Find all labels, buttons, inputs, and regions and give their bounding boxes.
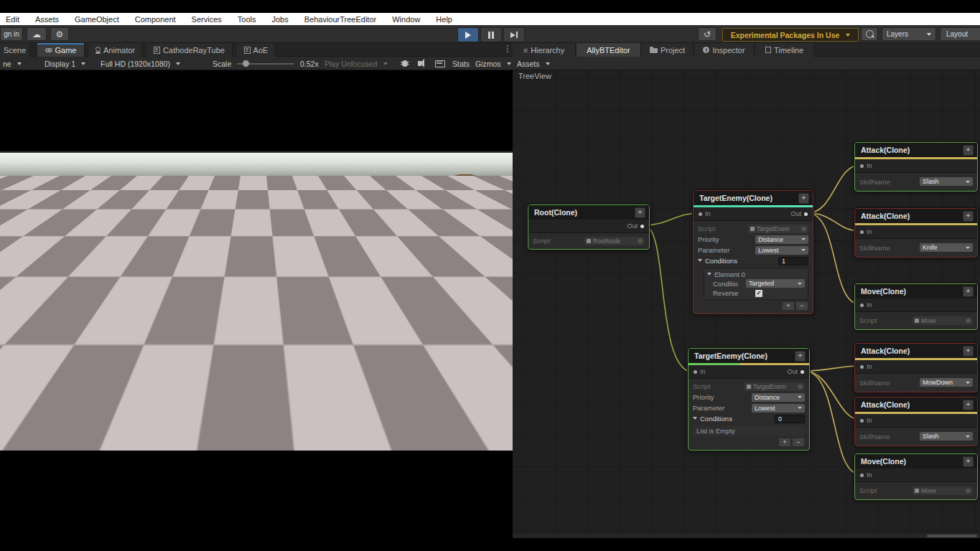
conditions-count-field[interactable]: 1 bbox=[778, 257, 808, 265]
tab-hierarchy[interactable]: ≡Hierarchy bbox=[513, 43, 576, 57]
node-attack-1[interactable]: Attack(Clone) + In SkillName Slash bbox=[854, 142, 978, 192]
play-button[interactable] bbox=[457, 27, 479, 42]
add-element-button[interactable]: + bbox=[782, 301, 795, 311]
tab-animator[interactable]: Animator bbox=[89, 43, 142, 57]
debug-button[interactable] bbox=[402, 57, 408, 70]
skill-button-buff[interactable]: ★ bbox=[388, 385, 410, 406]
skill-button-buff[interactable]: ★ bbox=[363, 399, 384, 420]
experimental-packages-button[interactable]: Experimental Packages In Use bbox=[722, 28, 859, 42]
empty-skill-slot[interactable] bbox=[257, 385, 274, 402]
settings-button[interactable]: ⚙ bbox=[50, 27, 69, 41]
hud-tile[interactable] bbox=[210, 387, 227, 404]
tab-scene[interactable]: Scene bbox=[0, 43, 30, 57]
pause-button[interactable] bbox=[480, 27, 502, 42]
node-add-button[interactable]: + bbox=[795, 351, 806, 362]
conditions-count-field[interactable]: 0 bbox=[775, 415, 805, 423]
node-title-bar[interactable]: TargetEnemy(Clone) + bbox=[689, 349, 809, 363]
in-port[interactable] bbox=[860, 303, 864, 307]
step-button[interactable] bbox=[503, 27, 525, 42]
conditions-foldout[interactable]: Conditions bbox=[693, 415, 772, 423]
tab-project[interactable]: Project bbox=[642, 43, 694, 57]
in-port[interactable] bbox=[860, 365, 864, 369]
hud-tile[interactable] bbox=[187, 400, 203, 416]
priority-dropdown[interactable]: Distance bbox=[755, 235, 808, 244]
hud-tile[interactable] bbox=[118, 377, 135, 393]
history-button[interactable]: ↺ bbox=[698, 27, 717, 41]
node-add-button[interactable]: + bbox=[635, 207, 645, 218]
horizontal-scrollbar[interactable] bbox=[513, 534, 980, 538]
in-port[interactable] bbox=[860, 164, 864, 168]
hud-tile[interactable] bbox=[98, 389, 115, 405]
tab-cathoderaytube[interactable]: CathodeRayTube bbox=[146, 43, 233, 57]
tab-allybteditor[interactable]: AllyBTEditor bbox=[577, 43, 641, 57]
aspect-dropdown[interactable]: ne bbox=[3, 57, 22, 70]
menu-help[interactable]: Help bbox=[436, 15, 452, 24]
node-add-button[interactable]: + bbox=[963, 456, 974, 467]
node-move-1[interactable]: Move(Clone) + In Script Move bbox=[854, 283, 978, 330]
menu-behaviourtreeeditor[interactable]: BehaviourTreeEditor bbox=[304, 15, 376, 24]
hud-tile[interactable] bbox=[140, 387, 157, 404]
node-title-bar[interactable]: Attack(Clone) + bbox=[855, 344, 977, 358]
mute-audio-button[interactable] bbox=[418, 57, 421, 70]
in-port[interactable] bbox=[860, 230, 864, 234]
in-port[interactable] bbox=[860, 474, 864, 477]
menu-edit[interactable]: Edit bbox=[6, 15, 19, 24]
menu-component[interactable]: Component bbox=[135, 15, 176, 24]
out-port[interactable] bbox=[804, 212, 808, 216]
script-object-field[interactable]: Move bbox=[913, 316, 973, 325]
condition-dropdown[interactable]: Targeted bbox=[746, 279, 805, 288]
node-add-button[interactable]: + bbox=[963, 145, 974, 156]
menu-services[interactable]: Services bbox=[192, 15, 222, 24]
assets-dropdown[interactable]: Assets bbox=[517, 57, 550, 70]
node-title-bar[interactable]: Move(Clone) + bbox=[855, 454, 977, 468]
display-dropdown[interactable]: Display 1 bbox=[45, 57, 85, 70]
node-title-bar[interactable]: Root(Clone) + bbox=[528, 205, 649, 220]
script-object-field[interactable]: TargetEnem bbox=[748, 225, 808, 233]
skill-button-knife[interactable] bbox=[363, 372, 384, 394]
gizmos-dropdown[interactable]: Gizmos bbox=[475, 57, 511, 70]
skillname-dropdown[interactable]: Slash bbox=[920, 177, 973, 186]
skillname-dropdown[interactable]: Knife bbox=[920, 243, 973, 252]
scrollbar-handle[interactable] bbox=[927, 534, 977, 537]
script-object-field[interactable]: TargetEnem bbox=[745, 382, 805, 391]
node-title-bar[interactable]: Attack(Clone) + bbox=[855, 397, 977, 412]
hud-tile[interactable] bbox=[187, 377, 203, 393]
tab-game[interactable]: Game bbox=[37, 43, 85, 57]
node-add-button[interactable]: + bbox=[963, 211, 974, 222]
resolution-dropdown[interactable]: Full HD (1920x1080) bbox=[101, 57, 180, 70]
play-mode-dropdown[interactable]: Play Unfocused bbox=[325, 57, 388, 70]
parameter-dropdown[interactable]: Lowest bbox=[755, 246, 808, 255]
empty-skill-slot[interactable] bbox=[284, 400, 300, 417]
node-title-bar[interactable]: Attack(Clone) + bbox=[855, 209, 977, 223]
menu-assets[interactable]: Assets bbox=[35, 15, 59, 24]
menu-jobs[interactable]: Jobs bbox=[271, 15, 288, 24]
slider-track[interactable] bbox=[237, 63, 294, 65]
tab-inspector[interactable]: iInspector bbox=[694, 43, 755, 57]
in-port[interactable] bbox=[699, 212, 702, 216]
parameter-dropdown[interactable]: Lowest bbox=[752, 404, 805, 413]
out-port[interactable] bbox=[640, 225, 644, 228]
slider-handle[interactable] bbox=[243, 60, 249, 67]
menu-window[interactable]: Window bbox=[392, 15, 420, 24]
hud-tile[interactable] bbox=[120, 400, 136, 416]
skillname-dropdown[interactable]: MowDown bbox=[920, 378, 973, 387]
node-add-button[interactable]: + bbox=[798, 193, 809, 204]
conditions-foldout[interactable]: Conditions bbox=[698, 257, 775, 265]
layout-dropdown[interactable]: Layout bbox=[940, 27, 980, 41]
node-move-2[interactable]: Move(Clone) + In Script Move bbox=[854, 453, 978, 500]
vsync-button[interactable] bbox=[435, 57, 445, 70]
scale-slider[interactable] bbox=[237, 57, 294, 70]
node-attack-2[interactable]: Attack(Clone) + In SkillName Knife bbox=[854, 208, 978, 258]
tab-aoe[interactable]: AoE bbox=[237, 43, 276, 57]
add-element-button[interactable]: + bbox=[778, 438, 791, 447]
node-attack-3[interactable]: Attack(Clone) + In SkillName MowDown bbox=[854, 343, 978, 392]
node-title-bar[interactable]: Attack(Clone) + bbox=[855, 143, 977, 157]
menu-tools[interactable]: Tools bbox=[238, 15, 256, 24]
node-add-button[interactable]: + bbox=[963, 286, 974, 297]
script-object-field[interactable]: RootNode bbox=[584, 237, 645, 245]
node-root[interactable]: Root(Clone) + Out Script RootNode bbox=[528, 204, 650, 250]
tab-timeline[interactable]: Timeline bbox=[755, 43, 814, 57]
sign-in-button[interactable]: gn in bbox=[0, 27, 23, 41]
stats-button[interactable]: Stats bbox=[452, 57, 470, 70]
layers-dropdown[interactable]: Layers bbox=[882, 27, 936, 41]
